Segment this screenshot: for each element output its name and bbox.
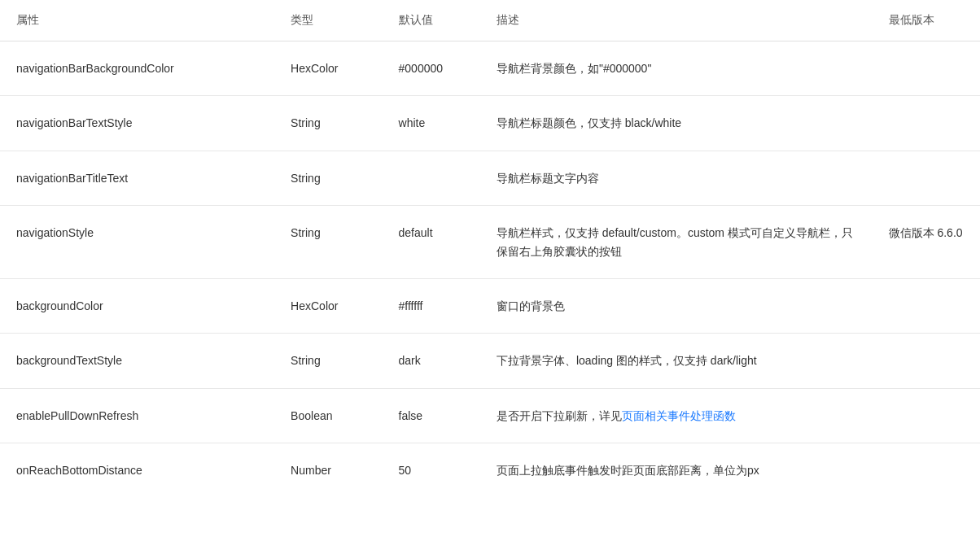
header-name: 属性 (0, 0, 274, 41)
property-desc: 下拉背景字体、loading 图的样式，仅支持 dark/light (480, 334, 873, 388)
property-type: String (274, 206, 382, 279)
property-desc: 窗口的背景色 (480, 278, 873, 333)
property-type: String (274, 334, 382, 388)
property-default: white (383, 96, 480, 151)
table-row: backgroundColorHexColor#ffffff窗口的背景色 (0, 278, 980, 333)
property-default: #ffffff (383, 278, 480, 333)
property-name: backgroundColor (0, 278, 274, 333)
property-desc: 页面上拉触底事件触发时距页面底部距离，单位为px (480, 443, 873, 498)
property-version (873, 278, 980, 333)
property-desc: 是否开启下拉刷新，详见页面相关事件处理函数 (480, 388, 873, 443)
property-name: navigationBarBackgroundColor (0, 41, 274, 96)
property-version: 微信版本 6.6.0 (873, 206, 980, 279)
property-type: String (274, 96, 382, 151)
property-default: false (383, 388, 480, 443)
property-name: onReachBottomDistance (0, 443, 274, 498)
property-type: HexColor (274, 41, 382, 96)
property-version (873, 334, 980, 388)
table-row: navigationBarBackgroundColorHexColor#000… (0, 41, 980, 96)
property-name: navigationBarTextStyle (0, 96, 274, 151)
property-name: navigationStyle (0, 206, 274, 279)
property-desc: 导航栏样式，仅支持 default/custom。custom 模式可自定义导航… (480, 206, 873, 279)
property-default (383, 151, 480, 205)
property-desc: 导航栏背景颜色，如"#000000" (480, 41, 873, 96)
property-name: enablePullDownRefresh (0, 388, 274, 443)
property-version (873, 151, 980, 205)
property-version (873, 388, 980, 443)
property-default: #000000 (383, 41, 480, 96)
property-type: Number (274, 443, 382, 498)
property-desc: 导航栏标题文字内容 (480, 151, 873, 205)
table-row: enablePullDownRefreshBooleanfalse是否开启下拉刷… (0, 388, 980, 443)
header-type: 类型 (274, 0, 382, 41)
desc-link[interactable]: 页面相关事件处理函数 (622, 409, 736, 422)
property-type: HexColor (274, 278, 382, 333)
header-desc: 描述 (480, 0, 873, 41)
property-version (873, 41, 980, 96)
header-version: 最低版本 (873, 0, 980, 41)
table-row: navigationStyleStringdefault导航栏样式，仅支持 de… (0, 206, 980, 279)
property-desc: 导航栏标题颜色，仅支持 black/white (480, 96, 873, 151)
property-name: backgroundTextStyle (0, 334, 274, 388)
property-name: navigationBarTitleText (0, 151, 274, 205)
property-version (873, 96, 980, 151)
header-default: 默认值 (383, 0, 480, 41)
api-table: 属性 类型 默认值 描述 最低版本 navigationBarBackgroun… (0, 0, 980, 550)
property-default: 50 (383, 443, 480, 498)
property-type: String (274, 151, 382, 205)
table-row: backgroundTextStyleStringdark下拉背景字体、load… (0, 334, 980, 388)
property-version (873, 443, 980, 498)
property-default: default (383, 206, 480, 279)
table-row: onReachBottomDistanceNumber50页面上拉触底事件触发时… (0, 443, 980, 498)
table-row: navigationBarTextStyleStringwhite导航栏标题颜色… (0, 96, 980, 151)
property-default: dark (383, 334, 480, 388)
table-row: navigationBarTitleTextString导航栏标题文字内容 (0, 151, 980, 205)
property-type: Boolean (274, 388, 382, 443)
